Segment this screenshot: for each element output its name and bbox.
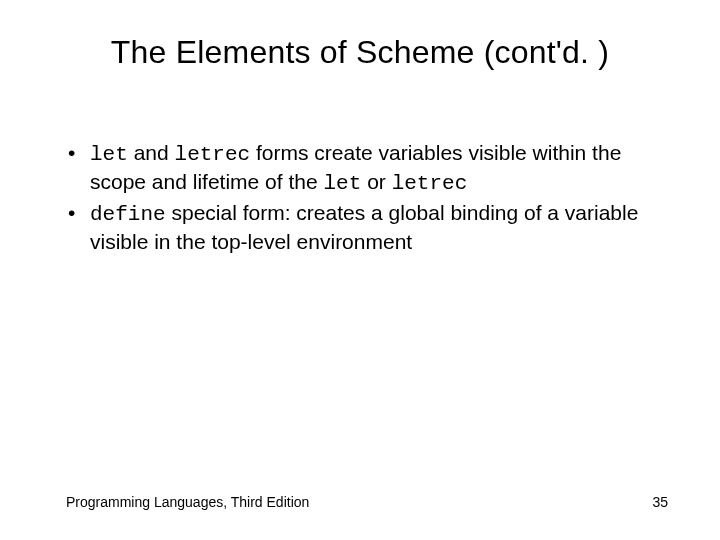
- slide: The Elements of Scheme (cont'd. ) let an…: [0, 0, 720, 540]
- code-keyword: let: [323, 172, 361, 195]
- bullet-list: let and letrec forms create variables vi…: [66, 140, 660, 256]
- slide-body: let and letrec forms create variables vi…: [66, 140, 660, 258]
- code-keyword: let: [90, 143, 128, 166]
- bullet-item: let and letrec forms create variables vi…: [66, 140, 660, 198]
- slide-title: The Elements of Scheme (cont'd. ): [0, 34, 720, 71]
- bullet-text: let and letrec forms create variables vi…: [90, 141, 621, 193]
- bullet-item: define special form: creates a global bi…: [66, 200, 660, 256]
- footer-page-number: 35: [652, 494, 668, 510]
- code-keyword: letrec: [175, 143, 251, 166]
- footer-source: Programming Languages, Third Edition: [66, 494, 309, 510]
- code-keyword: letrec: [392, 172, 468, 195]
- bullet-text: define special form: creates a global bi…: [90, 201, 638, 253]
- code-keyword: define: [90, 203, 166, 226]
